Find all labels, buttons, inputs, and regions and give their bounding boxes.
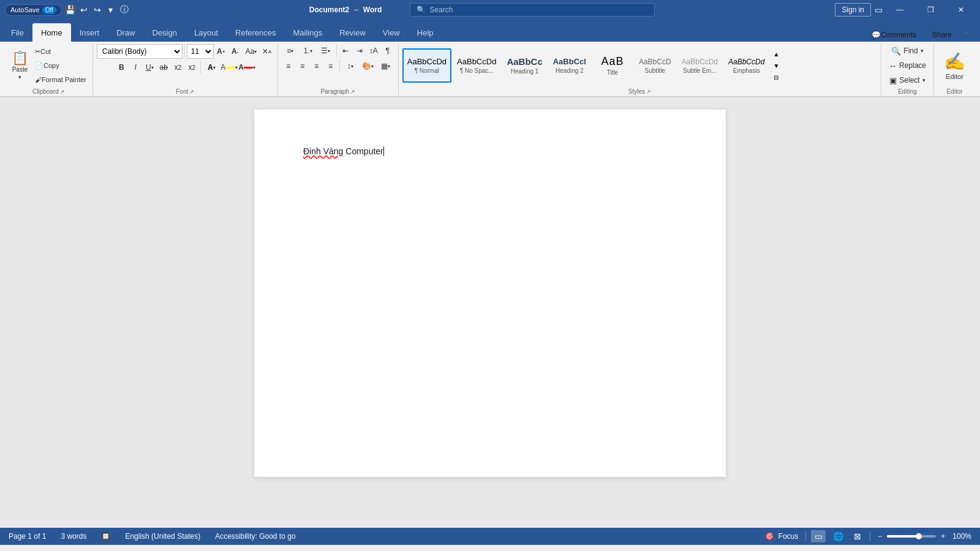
font-launcher-icon[interactable]: ↗: [189, 89, 194, 95]
tab-design[interactable]: Design: [144, 23, 186, 42]
style-normal[interactable]: AaBbCcDd ¶ Normal: [402, 48, 451, 83]
find-button[interactable]: 🔍 Find ▾: [888, 44, 927, 58]
style-subtitle[interactable]: AaBbCcD Subtitle: [634, 48, 676, 83]
format-painter-button[interactable]: 🖌 Format Painter: [32, 73, 89, 86]
gallery-down-arrow[interactable]: ▼: [771, 60, 782, 71]
separator2: [870, 531, 870, 541]
text-dinh: Đinh Vàng: [303, 146, 343, 156]
clear-formatting-button[interactable]: ✕A: [260, 45, 274, 58]
tab-review[interactable]: Review: [331, 23, 374, 42]
tab-home[interactable]: Home: [32, 23, 71, 42]
tab-insert[interactable]: Insert: [71, 23, 108, 42]
paste-button[interactable]: 📋 Paste ▾: [9, 50, 31, 82]
tab-draw[interactable]: Draw: [108, 23, 143, 42]
document-content[interactable]: Đinh Vàng Computer: [303, 146, 677, 391]
tab-file[interactable]: File: [2, 23, 32, 42]
font-color-button[interactable]: A▾: [238, 61, 255, 74]
gallery-expand-arrow[interactable]: ⊟: [771, 72, 782, 83]
shading-button[interactable]: 🎨▾: [360, 59, 377, 73]
align-center-button[interactable]: ≡: [296, 59, 309, 73]
search-icon: 🔍: [417, 6, 426, 14]
zoom-slider[interactable]: [887, 535, 936, 538]
word-count[interactable]: 3 words: [58, 531, 89, 542]
focus-mode-button[interactable]: ⊠: [850, 530, 865, 542]
paragraph-launcher-icon[interactable]: ↗: [350, 89, 355, 95]
clipboard-launcher-icon[interactable]: ↗: [60, 89, 65, 95]
title-bar-left: AutoSave Off 💾 ↩ ↪ ▾ ⓘ: [5, 4, 129, 16]
copy-button[interactable]: 📄 Copy: [32, 59, 62, 72]
undo-icon[interactable]: ↩: [79, 5, 89, 15]
cut-button[interactable]: ✂ Cut: [32, 45, 53, 58]
close-button[interactable]: ✕: [947, 0, 975, 20]
font-size-increase-button[interactable]: A+: [214, 45, 228, 58]
gallery-arrows: ▲ ▼ ⊟: [771, 48, 782, 83]
align-left-button[interactable]: ≡: [282, 59, 295, 73]
line-spacing-button[interactable]: ↕▾: [342, 59, 359, 73]
change-case-button[interactable]: Aa▾: [243, 45, 260, 58]
print-layout-button[interactable]: ▭: [811, 530, 826, 542]
subscript-button[interactable]: x2: [171, 61, 184, 74]
web-layout-button[interactable]: 🌐: [831, 530, 845, 542]
gallery-up-arrow[interactable]: ▲: [771, 48, 782, 59]
superscript-button[interactable]: x2: [185, 61, 198, 74]
increase-indent-button[interactable]: ⇥: [353, 44, 366, 58]
page-info[interactable]: Page 1 of 1: [6, 531, 48, 542]
autosave-info-icon[interactable]: ⓘ: [119, 5, 129, 15]
zoom-percent[interactable]: 100%: [950, 531, 974, 542]
text-effects-button[interactable]: A▾: [203, 61, 220, 74]
focus-view-button[interactable]: 🎯 Focus: [763, 531, 801, 542]
customize-qat-icon[interactable]: ▾: [106, 5, 116, 15]
borders-button[interactable]: ▦▾: [377, 59, 394, 73]
style-title[interactable]: AaB Title: [592, 48, 633, 83]
style-heading2[interactable]: AaBbCcl Heading 2: [548, 48, 591, 83]
underline-button[interactable]: U▾: [143, 61, 156, 74]
sort-button[interactable]: ↕A: [367, 44, 380, 58]
search-box[interactable]: 🔍: [410, 3, 655, 17]
style-subtle-emphasis[interactable]: AaBbCcDd Subtle Em...: [677, 48, 723, 83]
zoom-out-button[interactable]: −: [875, 531, 884, 542]
bullets-button[interactable]: ≡▾: [282, 44, 299, 58]
track-changes-icon[interactable]: 🔲: [99, 531, 113, 542]
style-emphasis[interactable]: AaBbCcDd Emphasis: [723, 48, 769, 83]
highlight-color-button[interactable]: A▾: [221, 61, 238, 74]
ribbon-collapse-icon[interactable]: ⌃: [959, 28, 973, 42]
zoom-in-button[interactable]: +: [938, 531, 948, 542]
save-icon[interactable]: 💾: [66, 5, 75, 15]
tab-view[interactable]: View: [374, 23, 409, 42]
numbering-button[interactable]: 1.▾: [300, 44, 317, 58]
replace-button[interactable]: ↔ Replace: [885, 59, 930, 72]
restore-button[interactable]: ❐: [916, 0, 944, 20]
tab-layout[interactable]: Layout: [186, 23, 227, 42]
editor-button[interactable]: ✍ Editor: [938, 47, 971, 84]
style-no-spacing[interactable]: AaBbCcDd ¶ No Spac...: [452, 48, 501, 83]
share-button[interactable]: ⬆ Share: [924, 28, 954, 42]
decrease-indent-button[interactable]: ⇤: [339, 44, 352, 58]
strikethrough-button[interactable]: ab: [157, 61, 170, 74]
accessibility[interactable]: Accessibility: Good to go: [213, 531, 298, 542]
style-heading1[interactable]: AaBbCc Heading 1: [502, 48, 547, 83]
justify-button[interactable]: ≡: [324, 59, 337, 73]
multilevel-list-button[interactable]: ☰▾: [317, 44, 334, 58]
font-group-label: Font: [176, 88, 188, 95]
autosave-label: AutoSave: [10, 6, 40, 13]
comments-button[interactable]: 💬 Comments: [869, 28, 919, 42]
search-input[interactable]: [429, 6, 648, 14]
sign-in-button[interactable]: Sign in: [835, 3, 871, 17]
styles-launcher-icon[interactable]: ↗: [646, 89, 651, 95]
autosave-toggle[interactable]: AutoSave Off: [5, 4, 62, 16]
font-size-decrease-button[interactable]: A-: [228, 45, 242, 58]
ribbon-display-options-icon[interactable]: ▭: [873, 5, 883, 15]
redo-icon[interactable]: ↪: [92, 5, 102, 15]
tab-mailings[interactable]: Mailings: [285, 23, 331, 42]
align-right-button[interactable]: ≡: [310, 59, 323, 73]
tab-references[interactable]: References: [227, 23, 284, 42]
italic-button[interactable]: I: [129, 61, 142, 74]
minimize-button[interactable]: —: [886, 0, 914, 20]
font-size-select[interactable]: 11: [187, 44, 214, 59]
tab-help[interactable]: Help: [409, 23, 442, 42]
font-name-select[interactable]: Calibri (Body): [97, 44, 183, 59]
show-hide-marks-button[interactable]: ¶: [381, 44, 394, 58]
bold-button[interactable]: B: [115, 61, 128, 74]
language[interactable]: English (United States): [123, 531, 203, 542]
select-button[interactable]: ▣ Select ▾: [886, 73, 929, 87]
